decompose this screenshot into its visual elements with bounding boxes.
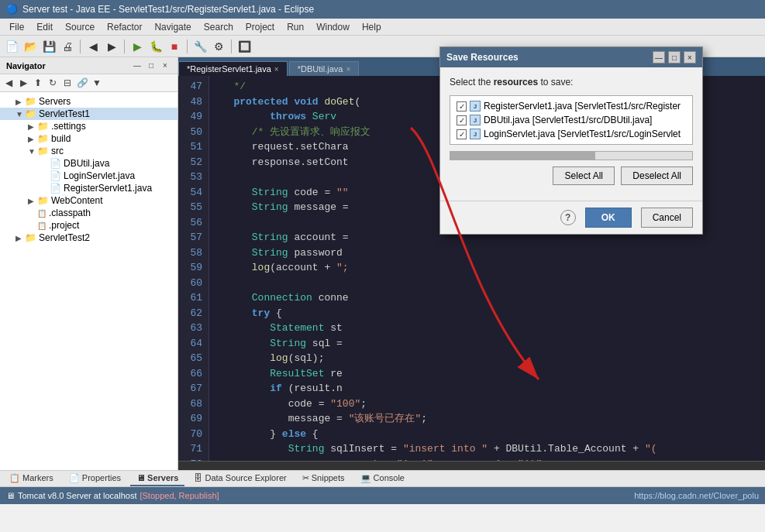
modal-body: Select the resources to save: ✓ J Regist… xyxy=(440,67,702,201)
scrollbar-thumb xyxy=(450,152,595,160)
file-list: ✓ J RegisterServlet1.java [ServletTest1/… xyxy=(450,95,693,145)
horizontal-scrollbar[interactable] xyxy=(450,151,693,160)
modal-controls: — □ × xyxy=(653,51,696,63)
modal-footer: ? OK Cancel xyxy=(440,201,702,234)
file-item-dbutil[interactable]: ✓ J DBUtil.java [ServletTest1/src/DBUtil… xyxy=(453,113,689,127)
modal-overlay: Save Resources — □ × Select the resource… xyxy=(0,0,765,532)
modal-title: Save Resources xyxy=(446,52,519,63)
file-item-registerservlet[interactable]: ✓ J RegisterServlet1.java [ServletTest1/… xyxy=(453,99,689,113)
deselect-all-button[interactable]: Deselect All xyxy=(621,166,693,185)
help-icon[interactable]: ? xyxy=(560,210,576,225)
modal-close-btn[interactable]: × xyxy=(684,51,696,63)
cancel-button[interactable]: Cancel xyxy=(641,208,693,228)
modal-title-bar: Save Resources — □ × xyxy=(440,47,702,67)
modal-description: Select the resources to save: xyxy=(450,77,693,88)
modal-action-row: Select All Deselect All xyxy=(450,166,693,185)
modal-minimize-btn[interactable]: — xyxy=(653,51,665,63)
file-icon-registerservlet: J xyxy=(470,101,481,112)
save-resources-dialog: Save Resources — □ × Select the resource… xyxy=(439,46,703,235)
file-item-loginservlet[interactable]: ✓ J LoginServlet.java [ServletTest1/src/… xyxy=(453,127,689,141)
select-all-button[interactable]: Select All xyxy=(553,166,615,185)
modal-maximize-btn[interactable]: □ xyxy=(668,51,681,63)
file-icon-loginservlet: J xyxy=(470,129,481,139)
file-checkbox-loginservlet[interactable]: ✓ xyxy=(457,129,467,139)
file-icon-dbutil: J xyxy=(470,115,481,125)
file-checkbox-registerservlet[interactable]: ✓ xyxy=(457,101,467,112)
file-checkbox-dbutil[interactable]: ✓ xyxy=(457,115,467,125)
ok-button[interactable]: OK xyxy=(585,208,632,228)
